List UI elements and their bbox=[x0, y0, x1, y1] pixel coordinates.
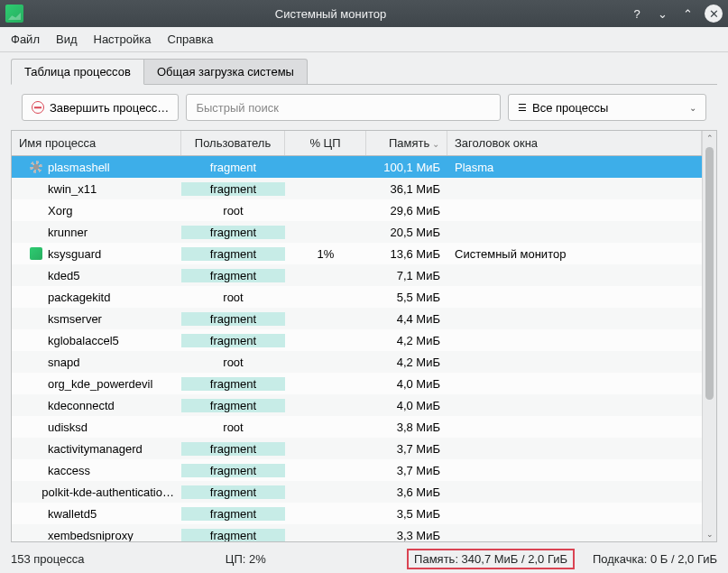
tab-processes[interactable]: Таблица процессов bbox=[11, 59, 144, 85]
cell-name: org_kde_powerdevil bbox=[12, 377, 181, 391]
statusbar: 153 процесса ЦП: 2% Память: 340,7 МиБ / … bbox=[0, 548, 728, 573]
process-name: kdeconnectd bbox=[48, 399, 115, 412]
filter-label: Все процессы bbox=[532, 101, 684, 115]
col-window-title[interactable]: Заголовок окна bbox=[447, 131, 702, 155]
search-input[interactable]: Быстрый поиск bbox=[186, 94, 501, 121]
table-row[interactable]: kwalletd5fragment3,5 МиБ bbox=[12, 503, 702, 524]
cell-memory: 3,3 МиБ bbox=[366, 529, 447, 542]
cell-user: fragment bbox=[181, 507, 285, 521]
process-name: kactivitymanagerd bbox=[48, 442, 143, 456]
menu-file[interactable]: Файл bbox=[11, 32, 40, 46]
toolbar: Завершить процесс… Быстрый поиск ☰ Все п… bbox=[11, 84, 717, 130]
process-name: ksysguard bbox=[48, 247, 101, 261]
cell-title: Plasma bbox=[447, 161, 702, 174]
cell-name: udisksd bbox=[12, 421, 181, 434]
table-row[interactable]: snapdroot4,2 МиБ bbox=[12, 351, 702, 373]
tab-system-load[interactable]: Общая загрузка системы bbox=[144, 59, 308, 85]
cell-user: fragment bbox=[181, 442, 285, 456]
cell-name: kdeconnectd bbox=[12, 399, 181, 412]
cell-memory: 100,1 МиБ bbox=[366, 161, 447, 174]
search-placeholder: Быстрый поиск bbox=[196, 101, 279, 115]
table-header: Имя процесса Пользователь % ЦП Память За… bbox=[12, 131, 702, 156]
process-name: polkit-kde-authenticatio… bbox=[41, 485, 174, 499]
scroll-thumb[interactable] bbox=[705, 147, 714, 400]
cell-user: fragment bbox=[181, 226, 285, 239]
cell-name: plasmashell bbox=[12, 161, 181, 174]
end-process-label: Завершить процесс… bbox=[50, 101, 169, 115]
table-row[interactable]: plasmashellfragment100,1 МиБPlasma bbox=[12, 156, 702, 178]
col-name[interactable]: Имя процесса bbox=[12, 131, 181, 155]
col-cpu[interactable]: % ЦП bbox=[285, 131, 366, 155]
cell-memory: 4,0 МиБ bbox=[366, 399, 447, 412]
cell-memory: 5,5 МиБ bbox=[366, 291, 447, 304]
table-row[interactable]: kglobalaccel5fragment4,2 МиБ bbox=[12, 329, 702, 351]
cell-memory: 3,5 МиБ bbox=[366, 507, 447, 521]
table-row[interactable]: packagekitdroot5,5 МиБ bbox=[12, 286, 702, 308]
cell-name: xembedsniproxy bbox=[12, 529, 181, 542]
table-row[interactable]: kaccessfragment3,7 МиБ bbox=[12, 459, 702, 481]
table-row[interactable]: udisksdroot3,8 МиБ bbox=[12, 416, 702, 438]
process-name: kwin_x11 bbox=[48, 182, 97, 196]
cell-name: snapd bbox=[12, 356, 181, 369]
cell-name: kwin_x11 bbox=[12, 182, 181, 196]
cell-memory: 7,1 МиБ bbox=[366, 269, 447, 282]
table-row[interactable]: xembedsniproxyfragment3,3 МиБ bbox=[12, 524, 702, 541]
cell-user: root bbox=[181, 204, 285, 217]
scroll-down-icon[interactable]: ⌄ bbox=[703, 527, 716, 541]
menu-help[interactable]: Справка bbox=[168, 32, 214, 46]
close-icon[interactable]: ✕ bbox=[705, 5, 723, 23]
maximize-icon[interactable]: ⌃ bbox=[679, 5, 696, 22]
cell-name: packagekitd bbox=[12, 291, 181, 304]
end-process-button[interactable]: Завершить процесс… bbox=[22, 94, 179, 121]
cell-user: root bbox=[181, 291, 285, 304]
col-user[interactable]: Пользователь bbox=[181, 131, 285, 155]
table-row[interactable]: Xorgroot29,6 МиБ bbox=[12, 199, 702, 221]
cell-user: fragment bbox=[181, 161, 285, 174]
col-memory[interactable]: Память bbox=[366, 131, 447, 155]
menubar: Файл Вид Настройка Справка bbox=[0, 27, 728, 52]
process-filter-select[interactable]: ☰ Все процессы ⌄ bbox=[508, 94, 706, 121]
cell-name: kwalletd5 bbox=[12, 507, 181, 521]
cell-user: fragment bbox=[181, 247, 285, 261]
table-row[interactable]: ksmserverfragment4,4 МиБ bbox=[12, 308, 702, 329]
cell-memory: 3,8 МиБ bbox=[366, 421, 447, 434]
cell-user: fragment bbox=[181, 182, 285, 196]
table-row[interactable]: kded5fragment7,1 МиБ bbox=[12, 264, 702, 286]
cell-user: fragment bbox=[181, 269, 285, 282]
table-row[interactable]: polkit-kde-authenticatio…fragment3,6 МиБ bbox=[12, 481, 702, 503]
tabbar: Таблица процессов Общая загрузка системы bbox=[0, 52, 728, 84]
table-row[interactable]: org_kde_powerdevilfragment4,0 МиБ bbox=[12, 373, 702, 394]
cell-memory: 4,4 МиБ bbox=[366, 312, 447, 326]
help-icon[interactable]: ? bbox=[629, 5, 645, 22]
cell-memory: 36,1 МиБ bbox=[366, 182, 447, 196]
cell-name: polkit-kde-authenticatio… bbox=[12, 485, 181, 499]
scroll-up-icon[interactable]: ⌃ bbox=[703, 131, 716, 145]
cell-name: ksmserver bbox=[12, 312, 181, 326]
titlebar: Системный монитор ? ⌄ ⌃ ✕ bbox=[0, 0, 728, 27]
table-row[interactable]: kactivitymanagerdfragment3,7 МиБ bbox=[12, 438, 702, 459]
cell-user: root bbox=[181, 421, 285, 434]
table-row[interactable]: kwin_x11fragment36,1 МиБ bbox=[12, 178, 702, 199]
cell-user: fragment bbox=[181, 334, 285, 347]
table-row[interactable]: kdeconnectdfragment4,0 МиБ bbox=[12, 394, 702, 416]
cell-name: ksysguard bbox=[12, 247, 181, 261]
table-body: plasmashellfragment100,1 МиБPlasmakwin_x… bbox=[12, 156, 702, 541]
scrollbar[interactable]: ⌃ ⌄ bbox=[702, 131, 716, 541]
process-name: org_kde_powerdevil bbox=[48, 377, 152, 391]
minimize-icon[interactable]: ⌄ bbox=[654, 5, 670, 22]
process-table: Имя процесса Пользователь % ЦП Память За… bbox=[11, 130, 717, 542]
window-title: Системный монитор bbox=[32, 7, 629, 21]
table-row[interactable]: krunnerfragment20,5 МиБ bbox=[12, 221, 702, 243]
table-row[interactable]: ksysguardfragment1%13,6 МиБСистемный мон… bbox=[12, 243, 702, 264]
process-name: ksmserver bbox=[48, 312, 102, 326]
menu-settings[interactable]: Настройка bbox=[94, 32, 152, 46]
menu-view[interactable]: Вид bbox=[56, 32, 78, 46]
process-name: udisksd bbox=[48, 421, 88, 434]
cell-user: fragment bbox=[181, 399, 285, 412]
cell-cpu: 1% bbox=[285, 247, 366, 261]
process-name: Xorg bbox=[48, 204, 72, 217]
cell-memory: 4,2 МиБ bbox=[366, 334, 447, 347]
process-icon bbox=[30, 247, 42, 260]
process-name: krunner bbox=[48, 226, 88, 239]
cell-name: kded5 bbox=[12, 269, 181, 282]
